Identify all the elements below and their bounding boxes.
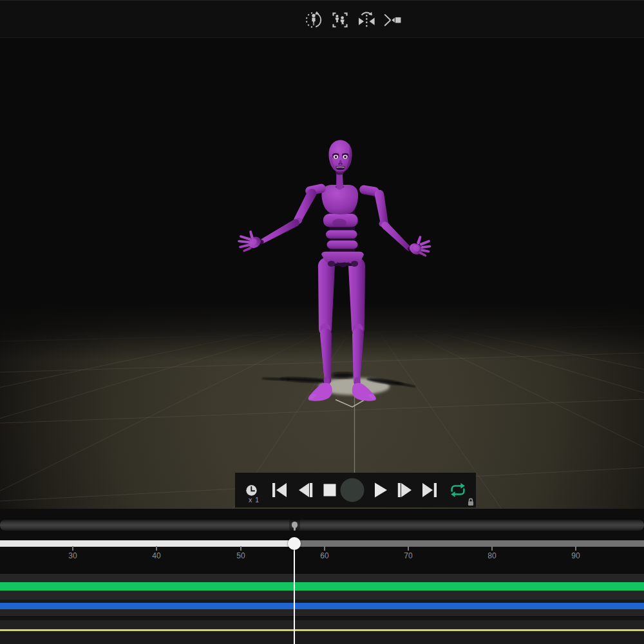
timeline-panel: 30 40 50 60 70 80 90	[0, 509, 644, 644]
ruler-tick	[575, 546, 576, 551]
top-toolbar	[0, 0, 644, 38]
mirror-pose-icon	[356, 10, 377, 30]
toolbar-button-group	[303, 10, 403, 30]
ruler-tick	[324, 546, 325, 551]
skip-to-end-icon	[421, 482, 438, 498]
camera-view-button[interactable]	[383, 10, 403, 30]
ruler-tick	[240, 546, 242, 551]
mirror-pose-button[interactable]	[356, 10, 377, 30]
step-back-icon	[296, 482, 313, 498]
torso-segment-2	[326, 231, 357, 239]
blue-track-bar[interactable]	[0, 603, 644, 609]
ruler-tick	[408, 546, 409, 551]
ruler-frame-label: 50	[228, 551, 254, 560]
step-forward-button[interactable]	[395, 473, 416, 507]
characters-frame-button[interactable]	[330, 10, 350, 30]
record-button[interactable]	[340, 473, 365, 507]
record-icon	[340, 478, 365, 502]
ruler-frame-label: 70	[395, 551, 421, 560]
playhead-line[interactable]	[294, 544, 295, 644]
stop-icon	[323, 484, 336, 497]
ruler-frame-label: 40	[144, 551, 169, 560]
green-track-bar[interactable]	[0, 582, 644, 591]
scene-canvas	[0, 38, 644, 509]
skip-to-end-button[interactable]	[419, 473, 440, 507]
right-pupil	[344, 156, 346, 158]
ruler-frame-label: 90	[563, 551, 589, 560]
range-slider-pin-tail	[294, 527, 296, 531]
stop-button[interactable]	[320, 473, 339, 507]
camera-view-icon	[383, 10, 403, 30]
track-row-background	[0, 620, 644, 629]
characters-frame-icon	[330, 10, 350, 30]
ruler-tick	[156, 546, 157, 551]
torso-segment-3	[327, 241, 358, 249]
lock-indicator[interactable]	[467, 497, 475, 509]
pelvis	[321, 252, 364, 264]
scrub-bar-remaining[interactable]	[294, 540, 644, 547]
scrub-bar-elapsed[interactable]	[0, 540, 294, 547]
ruler-tick	[491, 546, 493, 551]
playhead-knob[interactable]	[288, 537, 301, 550]
play-icon	[374, 482, 388, 498]
playback-speed-label: x 1	[249, 496, 260, 504]
skip-to-start-button[interactable]	[269, 473, 290, 507]
character-rotate-icon	[304, 10, 323, 30]
play-button[interactable]	[372, 473, 391, 507]
loop-icon	[449, 482, 467, 498]
loop-button[interactable]	[448, 473, 468, 507]
lock-icon	[467, 498, 475, 506]
timeline-range-slider[interactable]	[0, 520, 644, 531]
timeline-bottom-area	[0, 631, 644, 644]
viewport-3d[interactable]	[0, 38, 644, 509]
skip-to-start-icon	[271, 482, 288, 498]
playback-bar: x 1	[235, 473, 476, 507]
step-forward-icon	[397, 482, 414, 498]
playback-speed-clock-icon	[245, 484, 258, 497]
track-row-background	[0, 609, 644, 616]
character-rotate-button[interactable]	[303, 10, 324, 30]
ruler-frame-label: 80	[479, 551, 505, 560]
ruler-frame-label: 30	[60, 551, 86, 560]
ruler-frame-label: 60	[312, 551, 337, 560]
ruler-tick	[72, 546, 73, 551]
step-back-button[interactable]	[294, 473, 315, 507]
left-pupil	[335, 156, 337, 158]
